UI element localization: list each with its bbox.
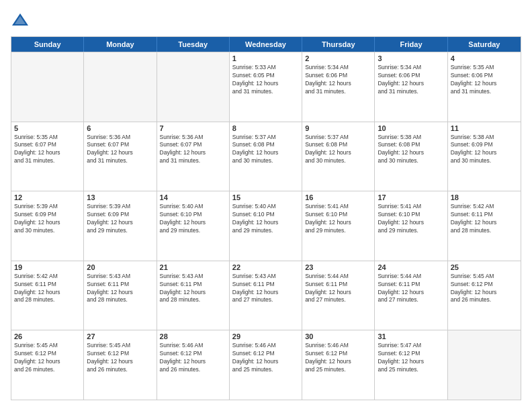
calendar-cell: 21Sunrise: 5:43 AM Sunset: 6:11 PM Dayli… [157,261,230,330]
calendar-cell: 29Sunrise: 5:46 AM Sunset: 6:12 PM Dayli… [230,330,302,400]
day-number: 30 [305,332,371,340]
day-info: Sunrise: 5:37 AM Sunset: 6:08 PM Dayligh… [232,134,299,166]
calendar-cell [84,52,157,122]
calendar-row-2: 12Sunrise: 5:39 AM Sunset: 6:09 PM Dayli… [11,191,521,261]
day-info: Sunrise: 5:36 AM Sunset: 6:07 PM Dayligh… [160,134,226,166]
day-info: Sunrise: 5:34 AM Sunset: 6:06 PM Dayligh… [305,64,371,96]
day-number: 1 [232,54,299,62]
calendar-body: 1Sunrise: 5:33 AM Sunset: 6:05 PM Daylig… [11,52,521,400]
day-number: 10 [378,124,444,132]
day-number: 23 [305,263,371,271]
calendar-cell: 26Sunrise: 5:45 AM Sunset: 6:12 PM Dayli… [11,330,84,400]
day-number: 3 [378,54,444,62]
day-info: Sunrise: 5:38 AM Sunset: 6:09 PM Dayligh… [451,134,518,166]
calendar-cell: 11Sunrise: 5:38 AM Sunset: 6:09 PM Dayli… [448,122,521,191]
day-number: 13 [87,193,153,201]
day-info: Sunrise: 5:46 AM Sunset: 6:12 PM Dayligh… [232,342,299,374]
calendar-cell: 27Sunrise: 5:45 AM Sunset: 6:12 PM Dayli… [84,330,157,400]
day-info: Sunrise: 5:37 AM Sunset: 6:08 PM Dayligh… [305,134,371,166]
weekday-header-wednesday: Wednesday [230,37,302,52]
calendar-cell: 19Sunrise: 5:42 AM Sunset: 6:11 PM Dayli… [11,261,84,330]
calendar-cell: 2Sunrise: 5:34 AM Sunset: 6:06 PM Daylig… [302,52,375,122]
day-number: 21 [160,263,226,271]
day-info: Sunrise: 5:43 AM Sunset: 6:11 PM Dayligh… [160,273,226,305]
day-number: 19 [14,263,81,271]
calendar-cell: 10Sunrise: 5:38 AM Sunset: 6:08 PM Dayli… [375,122,447,191]
day-number: 27 [87,332,153,340]
calendar-cell: 16Sunrise: 5:41 AM Sunset: 6:10 PM Dayli… [302,191,375,261]
day-info: Sunrise: 5:38 AM Sunset: 6:08 PM Dayligh… [378,134,444,166]
calendar-cell: 12Sunrise: 5:39 AM Sunset: 6:09 PM Dayli… [11,191,84,261]
day-info: Sunrise: 5:40 AM Sunset: 6:10 PM Dayligh… [160,203,226,235]
weekday-header-saturday: Saturday [448,37,521,52]
weekday-header-thursday: Thursday [302,37,375,52]
calendar-cell: 13Sunrise: 5:39 AM Sunset: 6:09 PM Dayli… [84,191,157,261]
page: SundayMondayTuesdayWednesdayThursdayFrid… [0,0,532,411]
calendar-row-1: 5Sunrise: 5:35 AM Sunset: 6:07 PM Daylig… [11,122,521,191]
day-info: Sunrise: 5:45 AM Sunset: 6:12 PM Dayligh… [87,342,153,374]
day-info: Sunrise: 5:41 AM Sunset: 6:10 PM Dayligh… [305,203,371,235]
day-info: Sunrise: 5:44 AM Sunset: 6:11 PM Dayligh… [305,273,371,305]
day-info: Sunrise: 5:45 AM Sunset: 6:12 PM Dayligh… [451,273,518,305]
day-number: 6 [87,124,153,132]
calendar-row-0: 1Sunrise: 5:33 AM Sunset: 6:05 PM Daylig… [11,52,521,122]
day-info: Sunrise: 5:35 AM Sunset: 6:06 PM Dayligh… [451,64,518,96]
calendar-cell: 22Sunrise: 5:43 AM Sunset: 6:11 PM Dayli… [230,261,302,330]
day-number: 16 [305,193,371,201]
day-number: 18 [451,193,518,201]
day-info: Sunrise: 5:41 AM Sunset: 6:10 PM Dayligh… [378,203,444,235]
day-info: Sunrise: 5:36 AM Sunset: 6:07 PM Dayligh… [87,134,153,166]
calendar-cell [11,52,84,122]
calendar: SundayMondayTuesdayWednesdayThursdayFrid… [11,36,521,400]
calendar-cell: 31Sunrise: 5:47 AM Sunset: 6:12 PM Dayli… [375,330,447,400]
calendar-cell: 4Sunrise: 5:35 AM Sunset: 6:06 PM Daylig… [448,52,521,122]
day-number: 31 [378,332,444,340]
calendar-cell: 23Sunrise: 5:44 AM Sunset: 6:11 PM Dayli… [302,261,375,330]
day-number: 12 [14,193,81,201]
calendar-cell [157,52,230,122]
day-info: Sunrise: 5:47 AM Sunset: 6:12 PM Dayligh… [378,342,444,374]
calendar-cell: 30Sunrise: 5:46 AM Sunset: 6:12 PM Dayli… [302,330,375,400]
day-info: Sunrise: 5:43 AM Sunset: 6:11 PM Dayligh… [232,273,299,305]
day-number: 29 [232,332,299,340]
header [11,11,521,30]
day-number: 24 [378,263,444,271]
calendar-header: SundayMondayTuesdayWednesdayThursdayFrid… [11,37,521,52]
calendar-cell: 3Sunrise: 5:34 AM Sunset: 6:06 PM Daylig… [375,52,447,122]
calendar-row-3: 19Sunrise: 5:42 AM Sunset: 6:11 PM Dayli… [11,261,521,330]
calendar-cell: 15Sunrise: 5:40 AM Sunset: 6:10 PM Dayli… [230,191,302,261]
day-info: Sunrise: 5:46 AM Sunset: 6:12 PM Dayligh… [305,342,371,374]
weekday-header-friday: Friday [375,37,447,52]
day-info: Sunrise: 5:39 AM Sunset: 6:09 PM Dayligh… [14,203,81,235]
calendar-row-4: 26Sunrise: 5:45 AM Sunset: 6:12 PM Dayli… [11,330,521,400]
calendar-cell: 8Sunrise: 5:37 AM Sunset: 6:08 PM Daylig… [230,122,302,191]
day-number: 17 [378,193,444,201]
day-info: Sunrise: 5:42 AM Sunset: 6:11 PM Dayligh… [14,273,81,305]
day-number: 9 [305,124,371,132]
weekday-header-monday: Monday [84,37,157,52]
day-info: Sunrise: 5:45 AM Sunset: 6:12 PM Dayligh… [14,342,81,374]
day-info: Sunrise: 5:40 AM Sunset: 6:10 PM Dayligh… [232,203,299,235]
day-number: 25 [451,263,518,271]
day-number: 11 [451,124,518,132]
calendar-cell: 25Sunrise: 5:45 AM Sunset: 6:12 PM Dayli… [448,261,521,330]
day-number: 4 [451,54,518,62]
day-number: 8 [232,124,299,132]
calendar-cell [448,330,521,400]
day-info: Sunrise: 5:43 AM Sunset: 6:11 PM Dayligh… [87,273,153,305]
day-number: 20 [87,263,153,271]
weekday-header-sunday: Sunday [11,37,84,52]
day-info: Sunrise: 5:34 AM Sunset: 6:06 PM Dayligh… [378,64,444,96]
weekday-header-tuesday: Tuesday [157,37,230,52]
calendar-cell: 18Sunrise: 5:42 AM Sunset: 6:11 PM Dayli… [448,191,521,261]
calendar-cell: 28Sunrise: 5:46 AM Sunset: 6:12 PM Dayli… [157,330,230,400]
day-number: 14 [160,193,226,201]
day-number: 28 [160,332,226,340]
day-info: Sunrise: 5:33 AM Sunset: 6:05 PM Dayligh… [232,64,299,96]
calendar-cell: 20Sunrise: 5:43 AM Sunset: 6:11 PM Dayli… [84,261,157,330]
calendar-cell: 1Sunrise: 5:33 AM Sunset: 6:05 PM Daylig… [230,52,302,122]
calendar-cell: 5Sunrise: 5:35 AM Sunset: 6:07 PM Daylig… [11,122,84,191]
calendar-cell: 24Sunrise: 5:44 AM Sunset: 6:11 PM Dayli… [375,261,447,330]
day-info: Sunrise: 5:46 AM Sunset: 6:12 PM Dayligh… [160,342,226,374]
day-number: 26 [14,332,81,340]
